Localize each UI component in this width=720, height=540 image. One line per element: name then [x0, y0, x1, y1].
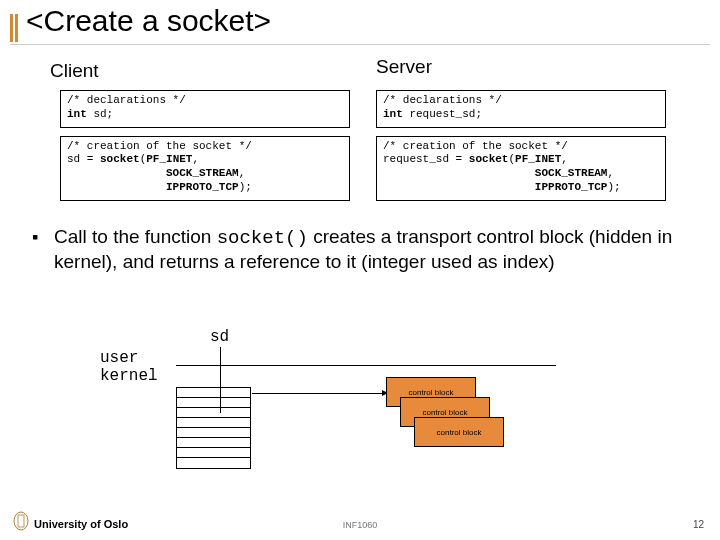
arrow-to-block: [252, 393, 382, 394]
bullet-icon: ▪: [32, 227, 38, 248]
code-line: );: [239, 181, 252, 193]
code-line: request_sd =: [383, 153, 469, 165]
table-row: [177, 428, 250, 438]
university-logo-icon: [12, 510, 30, 532]
table-row: [177, 408, 250, 418]
client-declarations-box: /* declarations */ int sd;: [60, 90, 350, 128]
code-line: socket: [469, 153, 509, 165]
footer-university: University of Oslo: [34, 518, 128, 530]
code-line: );: [607, 181, 620, 193]
client-heading: Client: [50, 60, 99, 82]
code-line: /* creation of the socket */: [383, 140, 568, 152]
slide-title: <Create a socket>: [26, 4, 271, 38]
table-row: [177, 388, 250, 398]
body-paragraph: Call to the function socket() creates a …: [54, 225, 674, 275]
code-line: ,: [607, 167, 614, 179]
code-line: ,: [192, 153, 199, 165]
user-label: user: [100, 349, 138, 367]
body-span: Call to the function: [54, 226, 217, 247]
server-heading: Server: [376, 56, 432, 78]
socket-diagram: sd user kernel control block control blo…: [100, 335, 620, 495]
kernel-label: kernel: [100, 367, 158, 385]
user-kernel-line: [176, 365, 556, 366]
svg-rect-1: [18, 515, 24, 527]
server-declarations-box: /* declarations */ int request_sd;: [376, 90, 666, 128]
server-create-box: /* creation of the socket */ request_sd …: [376, 136, 666, 201]
server-code-column: /* declarations */ int request_sd; /* cr…: [376, 90, 666, 209]
footer-course: INF1060: [343, 520, 378, 530]
title-underline: [10, 44, 710, 45]
code-line: IPPROTO_TCP: [67, 181, 239, 193]
descriptor-table: [176, 387, 251, 469]
code-line: SOCK_STREAM: [383, 167, 607, 179]
table-row: [177, 438, 250, 448]
sd-arrow-v: [220, 347, 221, 413]
code-line: sd =: [67, 153, 100, 165]
code-line: /* declarations */: [383, 94, 502, 106]
table-row: [177, 458, 250, 468]
control-block: control block: [414, 417, 504, 447]
table-row: [177, 418, 250, 428]
title-accent: [10, 14, 19, 42]
code-line: SOCK_STREAM: [67, 167, 239, 179]
code-line: /* creation of the socket */: [67, 140, 252, 152]
code-line: IPPROTO_TCP: [383, 181, 607, 193]
code-line: PF_INET: [515, 153, 561, 165]
footer-page-number: 12: [693, 519, 704, 530]
body-mono: socket(): [217, 227, 308, 249]
code-line: ,: [561, 153, 568, 165]
code-line: /* declarations */: [67, 94, 186, 106]
client-code-column: /* declarations */ int sd; /* creation o…: [60, 90, 350, 209]
code-line: sd;: [87, 108, 113, 120]
code-line: request_sd;: [403, 108, 482, 120]
code-line: socket: [100, 153, 140, 165]
code-line: int: [383, 108, 403, 120]
code-line: int: [67, 108, 87, 120]
table-row: [177, 398, 250, 408]
client-create-box: /* creation of the socket */ sd = socket…: [60, 136, 350, 201]
sd-label: sd: [210, 328, 229, 346]
table-row: [177, 448, 250, 458]
code-line: PF_INET: [146, 153, 192, 165]
code-line: ,: [239, 167, 246, 179]
